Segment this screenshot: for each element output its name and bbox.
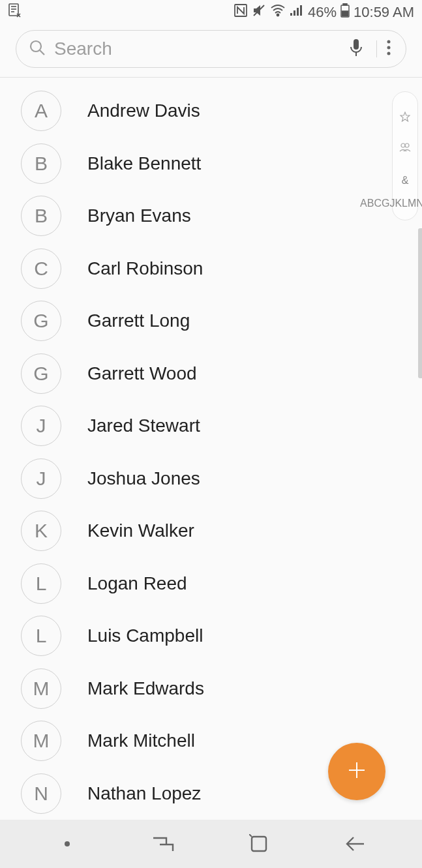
nav-recents[interactable]	[143, 824, 183, 863]
contact-avatar: J	[21, 458, 61, 499]
battery-percentage: 46%	[308, 4, 337, 21]
index-letter[interactable]: M	[408, 186, 416, 220]
contact-avatar: B	[21, 143, 61, 184]
search-icon	[28, 38, 46, 59]
contact-row[interactable]: LLuis Campbell	[21, 610, 385, 663]
svg-rect-11	[297, 8, 299, 16]
contact-row[interactable]: AAndrew Davis	[21, 85, 385, 138]
svg-point-21	[387, 46, 391, 50]
contact-avatar: A	[21, 91, 61, 131]
more-menu-icon[interactable]	[384, 38, 394, 59]
contact-row[interactable]: JJared Stewart	[21, 400, 385, 453]
contact-name: Mark Edwards	[87, 678, 204, 699]
svg-rect-12	[300, 5, 302, 16]
nav-home[interactable]	[239, 824, 279, 863]
svg-rect-15	[342, 11, 348, 16]
svg-point-20	[387, 40, 391, 44]
svg-point-16	[31, 41, 41, 52]
contact-avatar: K	[21, 511, 61, 551]
index-letter[interactable]: K	[395, 186, 402, 220]
contact-name: Garrett Wood	[87, 363, 197, 384]
contact-row[interactable]: LLogan Reed	[21, 558, 385, 610]
contact-avatar: C	[21, 248, 61, 289]
mute-icon	[252, 3, 266, 22]
status-left	[8, 3, 21, 22]
add-contact-fab[interactable]	[328, 743, 385, 800]
contact-avatar: M	[21, 721, 61, 761]
contact-avatar: L	[21, 616, 61, 656]
index-letter[interactable]: C	[374, 186, 382, 220]
contact-row[interactable]: GGarrett Wood	[21, 348, 385, 400]
contact-name: Jared Stewart	[87, 415, 200, 436]
separator	[376, 40, 377, 57]
index-letter[interactable]: N	[416, 186, 422, 220]
signal-icon	[290, 4, 304, 21]
svg-point-23	[401, 143, 405, 147]
svg-point-8	[277, 14, 279, 16]
contact-avatar: J	[21, 406, 61, 446]
svg-rect-14	[343, 4, 347, 6]
search-bar[interactable]: Search	[16, 30, 406, 68]
alpha-index-bar[interactable]: & ABCGJKLMNPST#	[392, 91, 418, 220]
index-letter[interactable]: A	[360, 186, 367, 220]
groups-icon[interactable]	[399, 134, 411, 164]
svg-point-24	[405, 143, 409, 147]
contact-avatar: G	[21, 353, 61, 394]
index-letter[interactable]: L	[402, 186, 408, 220]
nfc-icon	[234, 3, 248, 22]
svg-rect-9	[290, 13, 292, 16]
contact-avatar: B	[21, 196, 61, 236]
contact-name: Logan Reed	[87, 573, 187, 594]
index-letter[interactable]: B	[367, 186, 374, 220]
contact-name: Joshua Jones	[87, 468, 200, 489]
contact-row[interactable]: CCarl Robinson	[21, 243, 385, 295]
contact-name: Mark Mitchell	[87, 730, 195, 751]
search-placeholder: Search	[54, 38, 349, 59]
contact-avatar: G	[21, 301, 61, 341]
contact-row[interactable]: BBryan Evans	[21, 190, 385, 243]
contact-name: Blake Bennett	[87, 153, 201, 174]
status-bar: 46% 10:59 AM	[0, 0, 422, 25]
nav-back[interactable]	[335, 824, 374, 863]
contact-avatar: L	[21, 563, 61, 604]
contact-name: Luis Campbell	[87, 625, 203, 646]
svg-rect-27	[252, 837, 266, 851]
contact-row[interactable]: JJoshua Jones	[21, 453, 385, 505]
search-bar-container: Search	[0, 25, 422, 77]
contact-name: Kevin Walker	[87, 520, 194, 541]
contact-name: Carl Robinson	[87, 258, 203, 279]
contact-row[interactable]: KKevin Walker	[21, 505, 385, 558]
doc-icon	[8, 3, 21, 22]
svg-rect-10	[294, 10, 295, 16]
status-right: 46% 10:59 AM	[234, 3, 414, 22]
status-time: 10:59 AM	[354, 4, 414, 21]
contact-row[interactable]: MMark Edwards	[21, 663, 385, 715]
index-letter[interactable]: G	[382, 186, 389, 220]
mic-icon[interactable]	[349, 38, 363, 60]
svg-point-22	[387, 52, 391, 55]
wifi-icon	[270, 4, 286, 21]
battery-icon	[340, 3, 350, 22]
contact-name: Bryan Evans	[87, 205, 191, 226]
star-icon[interactable]	[400, 102, 410, 134]
contact-row[interactable]: BBlake Bennett	[21, 138, 385, 190]
contact-name: Andrew Davis	[87, 100, 200, 121]
contact-name: Nathan Lopez	[87, 783, 201, 804]
contact-row[interactable]: GGarrett Long	[21, 295, 385, 348]
contact-name: Garrett Long	[87, 310, 190, 331]
navigation-bar	[0, 820, 422, 868]
svg-line-17	[40, 50, 44, 55]
svg-rect-18	[354, 39, 359, 50]
plus-icon	[345, 758, 369, 785]
nav-assistant[interactable]	[48, 824, 87, 863]
contacts-list[interactable]: AAndrew DavisBBlake BennettBBryan EvansC…	[0, 77, 422, 820]
contact-avatar: M	[21, 668, 61, 709]
contact-avatar: N	[21, 773, 61, 814]
scroll-indicator[interactable]	[418, 228, 422, 378]
